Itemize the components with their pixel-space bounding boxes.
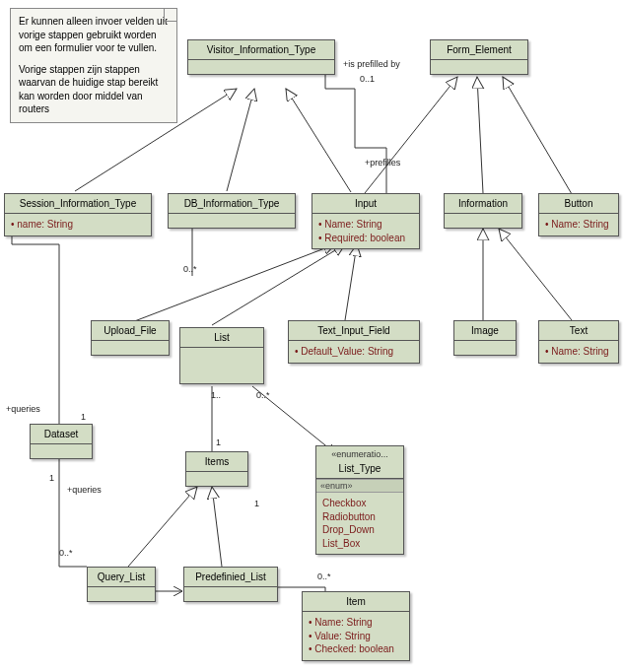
class-input: Input Name: String Required: boolean bbox=[312, 193, 420, 249]
attr: Name: String bbox=[309, 616, 403, 630]
label-prefilles: +prefilles bbox=[365, 158, 400, 168]
enum-value: List_Box bbox=[322, 537, 397, 551]
class-text: Text Name: String bbox=[538, 320, 619, 364]
attr: Default_Value: String bbox=[295, 345, 413, 359]
class-button: Button Name: String bbox=[538, 193, 619, 236]
class-upload-file: Upload_File bbox=[91, 320, 170, 356]
mult-0-star: 0..* bbox=[59, 548, 73, 558]
class-title: List_Type bbox=[316, 459, 403, 479]
mult-0-star: 0..* bbox=[256, 390, 270, 400]
note-p2: Vorige stappen zijn stappen waarvan de h… bbox=[19, 63, 169, 116]
mult-0-star: 0..* bbox=[317, 571, 331, 581]
class-dataset: Dataset bbox=[30, 424, 93, 459]
comment-note: Er kunnen alleen invoer velden uit vorig… bbox=[10, 8, 177, 123]
class-title: List bbox=[180, 328, 263, 348]
class-query-list: Query_List bbox=[87, 567, 156, 602]
class-title: Information bbox=[445, 194, 521, 214]
label-queries-2: +queries bbox=[67, 485, 102, 495]
class-items: Items bbox=[185, 451, 248, 487]
attr: Name: String bbox=[318, 218, 413, 232]
mult-1: 1 bbox=[216, 437, 221, 447]
class-title: Text bbox=[539, 321, 618, 341]
class-title: Item bbox=[303, 592, 409, 612]
class-title: Visitor_Information_Type bbox=[188, 40, 334, 60]
class-information: Information bbox=[444, 193, 522, 229]
label-queries-1: +queries bbox=[6, 404, 40, 414]
class-title: Upload_File bbox=[92, 321, 169, 341]
svg-line-10 bbox=[499, 229, 572, 320]
enum-value: Checkbox bbox=[322, 497, 397, 510]
class-title: Text_Input_Field bbox=[289, 321, 419, 341]
class-image: Image bbox=[453, 320, 517, 356]
class-title: Button bbox=[539, 194, 618, 214]
enum-label: «enum» bbox=[316, 479, 403, 493]
class-title: Input bbox=[312, 194, 419, 214]
class-list: List bbox=[179, 327, 264, 384]
label-is-prefilled-by: +is prefilled by bbox=[343, 59, 400, 69]
class-title: Items bbox=[186, 452, 247, 472]
svg-line-2 bbox=[286, 89, 351, 192]
mult-0-star: 0..* bbox=[183, 264, 197, 274]
attr: name: String bbox=[11, 218, 145, 232]
class-form-element: Form_Element bbox=[430, 39, 528, 75]
class-list-type: «enumeratio... List_Type «enum» Checkbox… bbox=[315, 445, 404, 555]
svg-line-15 bbox=[212, 487, 222, 567]
class-predefined-list: Predefinied_List bbox=[183, 567, 278, 602]
mult-1: 1 bbox=[81, 412, 86, 422]
svg-line-8 bbox=[345, 244, 357, 320]
class-title: Query_List bbox=[88, 568, 155, 587]
enum-value: Radiobutton bbox=[322, 510, 397, 524]
attr: Name: String bbox=[545, 345, 612, 359]
stereotype: «enumeratio... bbox=[316, 446, 403, 459]
svg-line-7 bbox=[212, 244, 345, 325]
svg-line-3 bbox=[365, 77, 457, 193]
mult-0-1: 0..1 bbox=[360, 74, 375, 84]
note-p1: Er kunnen alleen invoer velden uit vorig… bbox=[19, 15, 169, 55]
svg-line-14 bbox=[128, 487, 197, 567]
class-session-information-type: Session_Information_Type name: String bbox=[4, 193, 152, 236]
class-text-input-field: Text_Input_Field Default_Value: String bbox=[288, 320, 420, 364]
class-title: Predefinied_List bbox=[184, 568, 277, 587]
svg-line-5 bbox=[503, 77, 572, 194]
attr: Required: boolean bbox=[318, 232, 413, 245]
class-title: Dataset bbox=[31, 425, 92, 444]
mult-1: 1 bbox=[254, 499, 259, 508]
mult-1: 1.. bbox=[211, 390, 221, 400]
class-title: Session_Information_Type bbox=[5, 194, 151, 214]
attr: Checked: boolean bbox=[309, 642, 403, 656]
class-item: Item Name: String Value: String Checked:… bbox=[302, 591, 410, 661]
class-visitor-information-type: Visitor_Information_Type bbox=[187, 39, 335, 75]
svg-line-4 bbox=[477, 77, 483, 193]
class-db-information-type: DB_Information_Type bbox=[168, 193, 296, 229]
class-title: Form_Element bbox=[431, 40, 527, 60]
svg-line-6 bbox=[124, 244, 335, 325]
class-title: DB_Information_Type bbox=[169, 194, 295, 214]
svg-line-1 bbox=[227, 89, 254, 191]
class-title: Image bbox=[454, 321, 516, 341]
enum-value: Drop_Down bbox=[322, 523, 397, 537]
mult-1: 1 bbox=[49, 473, 54, 483]
attr: Name: String bbox=[545, 218, 612, 232]
attr: Value: String bbox=[309, 630, 403, 643]
